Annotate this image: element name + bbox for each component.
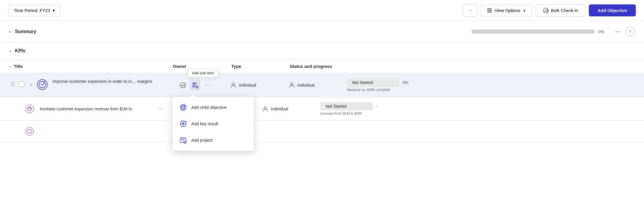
summary-minus-button[interactable]: — [613, 27, 622, 36]
person-icon [230, 82, 237, 88]
more-dots-icon: ··· [468, 7, 472, 13]
objective-owner: Individual [230, 82, 289, 88]
objective-type: Individual [289, 82, 347, 88]
add-sub-item-button[interactable] [190, 80, 200, 90]
sub-type-icon [262, 106, 268, 112]
objective-title: Improve customer expansion in order to i… [53, 78, 175, 84]
add-project-item[interactable]: Add project [173, 132, 254, 148]
svg-point-8 [13, 82, 14, 83]
time-period-chevron: ▾ [53, 8, 55, 13]
type-person-icon [289, 82, 295, 88]
svg-point-31 [264, 107, 266, 109]
add-child-objective-label: Add child objective [191, 105, 227, 110]
objective-status-row: Not Started 0% [347, 78, 635, 87]
svg-rect-17 [192, 85, 195, 85]
sub-item-icon [23, 103, 36, 115]
add-objective-button[interactable]: Add Objective [589, 4, 636, 16]
svg-rect-5 [491, 11, 492, 13]
sub-item-row: Increase customer expansion revenue from… [0, 97, 644, 121]
summary-actions: — ? [613, 27, 635, 36]
dropdown-callout [190, 94, 196, 97]
add-sub-tooltip: Add sub item [188, 69, 218, 77]
toolbar: Time Period: FY23 ▾ ··· View Options ∨ B… [0, 0, 644, 21]
summary-chevron: › [9, 29, 11, 34]
checkin-button[interactable] [178, 80, 188, 90]
sub-item-status-badge: Not Started [320, 102, 373, 110]
objective-row-actions: Add sub item ··· [178, 80, 213, 90]
time-period-label: Time Period: FY23 [14, 8, 50, 13]
kpis-label: KPIs [15, 48, 25, 54]
sub-item-type: Individual [262, 106, 320, 112]
view-options-label: View Options [494, 8, 520, 13]
svg-rect-4 [489, 10, 490, 11]
objective-status-pct: 0% [402, 80, 408, 85]
objective-row: › Improve customer expansion in order to… [0, 73, 644, 97]
child-objective-icon [179, 103, 187, 112]
table-header: › Title Owner Type Status and progress [0, 60, 644, 73]
title-column-header: › Title [9, 64, 173, 69]
objective-owner-label: Individual [239, 83, 256, 88]
sub-item-type-label: Individual [271, 107, 288, 111]
svg-point-32 [25, 127, 34, 135]
sub-item-title-col: Increase customer expansion revenue from… [40, 107, 157, 111]
sub-item-status-dash: - [376, 104, 377, 109]
summary-help-button[interactable]: ? [625, 27, 635, 36]
add-child-objective-item[interactable]: Add child objective [173, 99, 254, 116]
svg-point-21 [291, 83, 293, 85]
summary-progress-bar [472, 30, 594, 34]
svg-point-10 [13, 84, 14, 85]
more-dots: ··· [205, 83, 209, 88]
svg-point-12 [13, 85, 14, 87]
type-column-header: Type [231, 64, 290, 69]
svg-point-20 [232, 83, 235, 85]
sub-item-title: Increase customer expansion revenue from… [40, 107, 132, 111]
add-objective-label: Add Objective [598, 8, 627, 13]
time-period-button[interactable]: Time Period: FY23 ▾ [8, 5, 60, 16]
svg-point-25 [183, 123, 184, 124]
kpis-chevron: › [9, 48, 11, 54]
sub-item-status-col: Not Started - Increase from $1M to $2M [320, 102, 635, 116]
svg-point-33 [27, 129, 32, 133]
row-expand-btn[interactable]: › [27, 78, 34, 90]
sub-item-more-button[interactable]: ··· [159, 106, 163, 112]
objective-title-col: Improve customer expansion in order to i… [53, 78, 175, 84]
row-checkbox[interactable] [19, 82, 24, 87]
objective-icon [36, 78, 48, 91]
add-key-result-item[interactable]: Add key result [173, 116, 254, 132]
svg-rect-3 [491, 8, 492, 10]
svg-point-9 [11, 84, 13, 85]
svg-rect-16 [192, 83, 197, 84]
bulk-checkin-button[interactable]: Bulk Check-in [536, 4, 586, 17]
svg-point-28 [25, 105, 34, 113]
objective-more-button[interactable]: ··· [202, 80, 213, 90]
objective-status-badge: Not Started [347, 78, 400, 87]
objective-type-label: Individual [297, 83, 315, 88]
view-options-button[interactable]: View Options ∨ [481, 5, 532, 16]
bulk-checkin-icon [543, 8, 549, 13]
add-key-result-label: Add key result [191, 121, 218, 126]
project-icon [179, 136, 187, 144]
summary-label: Summary [15, 29, 36, 34]
add-sub-dropdown: Add child objective Add key result [172, 97, 254, 151]
third-item-icon [23, 125, 36, 138]
kpis-section[interactable]: › KPIs [0, 42, 644, 60]
summary-section[interactable]: › Summary 0% — ? [0, 21, 644, 42]
view-options-chevron: ∨ [523, 8, 526, 13]
drag-handle[interactable] [9, 78, 16, 90]
objective-status-sub: Measure as 100% complete [347, 88, 635, 92]
sub-item-status-sub: Increase from $1M to $2M [320, 112, 635, 116]
add-sub-item-container: Add sub item [190, 80, 200, 90]
third-item-row [0, 121, 644, 143]
add-project-label: Add project [191, 138, 213, 143]
svg-point-7 [11, 82, 13, 83]
sub-item-status-row: Not Started - [320, 102, 635, 110]
owner-column-header: Owner [173, 64, 231, 69]
svg-point-11 [11, 85, 13, 87]
title-col-label: Title [14, 64, 23, 69]
more-options-button[interactable]: ··· [463, 4, 477, 17]
title-chevron: › [9, 64, 11, 69]
key-result-icon [179, 120, 187, 128]
status-column-header: Status and progress [290, 64, 635, 69]
summary-progress: 0% [472, 29, 604, 34]
view-options-icon [487, 8, 492, 13]
